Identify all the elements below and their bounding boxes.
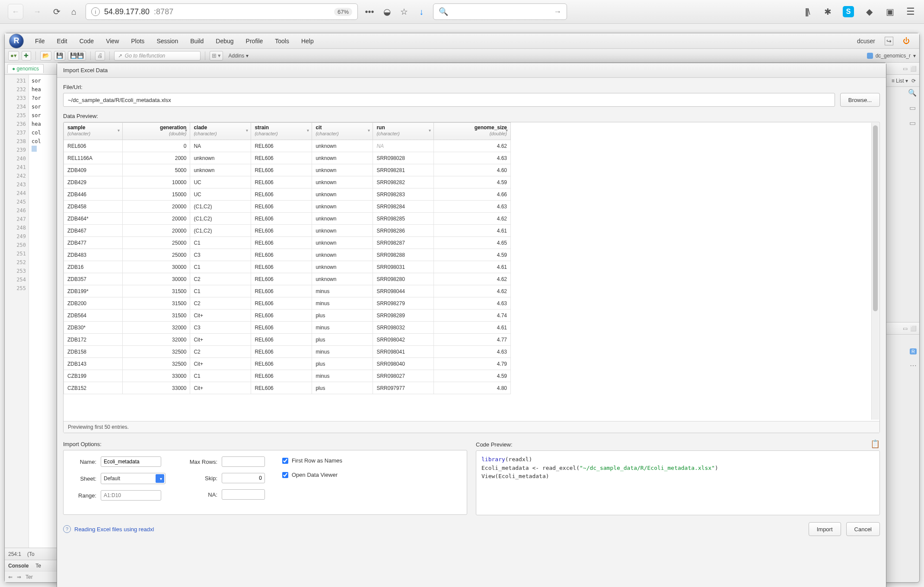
file-url-input[interactable] [63, 93, 835, 107]
table-cell: REL606 [251, 261, 312, 273]
table-cell: SRR098041 [373, 346, 434, 358]
opt-sheet-label: Sheet: [70, 475, 96, 482]
table-cell: SRR098289 [373, 309, 434, 322]
table-cell: REL606 [251, 140, 312, 152]
table-row: CZB15233000Cit+REL606plusSRR0979774.80 [64, 382, 511, 394]
nav-back-button[interactable]: ← [8, 4, 23, 19]
table-cell: SRR098284 [373, 201, 434, 213]
table-cell: 4.59 [434, 249, 511, 261]
table-cell: unknown [312, 188, 373, 201]
table-row: ZDB42910000UCREL606unknownSRR0982824.59 [64, 176, 511, 188]
table-cell: 4.62 [434, 213, 511, 225]
column-header[interactable]: clade(character)▾ [190, 123, 251, 140]
zoom-badge[interactable]: 67% [334, 8, 352, 16]
table-cell: SRR098031 [373, 261, 434, 273]
table-cell: 4.63 [434, 152, 511, 164]
page-actions-icon[interactable]: ••• [364, 6, 375, 17]
code-preview-box[interactable]: library(readxl) Ecoli_metadata <- read_e… [476, 450, 880, 515]
table-cell: ZDB429 [64, 176, 123, 188]
column-header[interactable]: cit(character)▾ [312, 123, 373, 140]
table-cell: UC [190, 176, 251, 188]
table-cell: 4.59 [434, 176, 511, 188]
sidebar-icon[interactable]: ▣ [884, 6, 895, 17]
opt-name-input[interactable] [101, 456, 161, 467]
table-cell: ZDB446 [64, 188, 123, 201]
opt-skip-input[interactable] [222, 473, 265, 483]
table-cell: unknown [312, 164, 373, 176]
table-cell: unknown [312, 140, 373, 152]
skype-icon[interactable]: S [843, 6, 854, 17]
table-row: ZDB48325000C3REL606unknownSRR0982884.59 [64, 249, 511, 261]
table-cell: 4.61 [434, 322, 511, 334]
opt-first-row-checkbox[interactable] [282, 458, 288, 464]
table-cell: CZB199 [64, 370, 123, 382]
help-link[interactable]: ? Reading Excel files using readxl [63, 525, 154, 533]
table-cell: plus [312, 309, 373, 322]
table-cell: C1 [190, 261, 251, 273]
table-cell: SRR098286 [373, 225, 434, 237]
table-cell: ZDB143 [64, 358, 123, 370]
table-cell: SRR098282 [373, 176, 434, 188]
opt-maxrows-input[interactable] [222, 456, 265, 467]
table-cell: C2 [190, 273, 251, 285]
table-cell: unknown [312, 273, 373, 285]
column-header[interactable]: generation(double)▾ [122, 123, 190, 140]
home-button[interactable]: ⌂ [68, 6, 80, 17]
pocket-icon[interactable]: ◒ [381, 6, 392, 17]
table-row: ZDB464*20000(C1,C2)REL606unknownSRR09828… [64, 213, 511, 225]
preview-scrollbar[interactable] [871, 123, 879, 420]
nav-forward-button[interactable]: → [29, 4, 45, 19]
table-cell: 4.77 [434, 334, 511, 346]
bookmark-star-icon[interactable]: ☆ [398, 6, 410, 17]
table-cell: SRR098287 [373, 237, 434, 249]
opt-na-label: NA: [183, 491, 217, 498]
table-cell: REL606 [251, 322, 312, 334]
reload-button[interactable]: ⟳ [51, 6, 62, 17]
cancel-button[interactable]: Cancel [846, 522, 880, 536]
opt-sheet-select[interactable]: Default▾ [101, 473, 166, 484]
copy-code-icon[interactable]: 📋 [870, 439, 880, 449]
column-header[interactable]: sample(character)▾ [64, 123, 123, 140]
column-header[interactable]: strain(character)▾ [251, 123, 312, 140]
opt-range-input[interactable] [101, 490, 161, 501]
opt-na-input[interactable] [222, 489, 265, 500]
column-header[interactable]: genome_size(double)▾ [434, 123, 511, 140]
import-button[interactable]: Import [809, 522, 841, 536]
table-cell: ZDB16 [64, 261, 123, 273]
browse-button[interactable]: Browse... [840, 93, 880, 107]
notifications-icon[interactable]: ◆ [863, 6, 875, 17]
downloads-icon[interactable]: ↓ [416, 6, 427, 17]
preview-footer: Previewing first 50 entries. [64, 421, 879, 433]
column-header[interactable]: run(character)▾ [373, 123, 434, 140]
browser-search-bar[interactable]: 🔍 → [433, 3, 567, 20]
table-cell: REL606 [251, 334, 312, 346]
table-cell: 33000 [122, 382, 190, 394]
site-info-icon[interactable]: i [91, 7, 100, 16]
opt-open-viewer-checkbox[interactable] [282, 472, 288, 478]
table-cell: REL606 [251, 164, 312, 176]
table-cell: (C1,C2) [190, 225, 251, 237]
table-cell: Cit+ [190, 382, 251, 394]
menu-button[interactable]: ☰ [905, 6, 916, 17]
opt-open-viewer-label: Open Data Viewer [292, 472, 338, 478]
table-cell: REL606 [251, 152, 312, 164]
url-bar[interactable]: i 54.89.177.80:8787 67% [86, 3, 358, 20]
table-cell: SRR097977 [373, 382, 434, 394]
table-cell: 4.61 [434, 261, 511, 273]
table-cell: REL606 [251, 285, 312, 297]
data-preview-label: Data Preview: [63, 113, 880, 119]
library-icon[interactable]: |||\ [801, 6, 812, 17]
table-cell: REL606 [251, 237, 312, 249]
table-cell: 10000 [122, 176, 190, 188]
table-cell: ZDB458 [64, 201, 123, 213]
table-cell: REL606 [251, 358, 312, 370]
table-cell: 4.65 [434, 237, 511, 249]
table-cell: 20000 [122, 201, 190, 213]
table-cell: 4.63 [434, 201, 511, 213]
table-cell: SRR098027 [373, 370, 434, 382]
table-cell: SRR098288 [373, 249, 434, 261]
table-cell: Cit+ [190, 309, 251, 322]
search-go-icon[interactable]: → [554, 7, 561, 16]
table-cell: C2 [190, 297, 251, 309]
evernote-icon[interactable]: ✱ [822, 6, 833, 17]
